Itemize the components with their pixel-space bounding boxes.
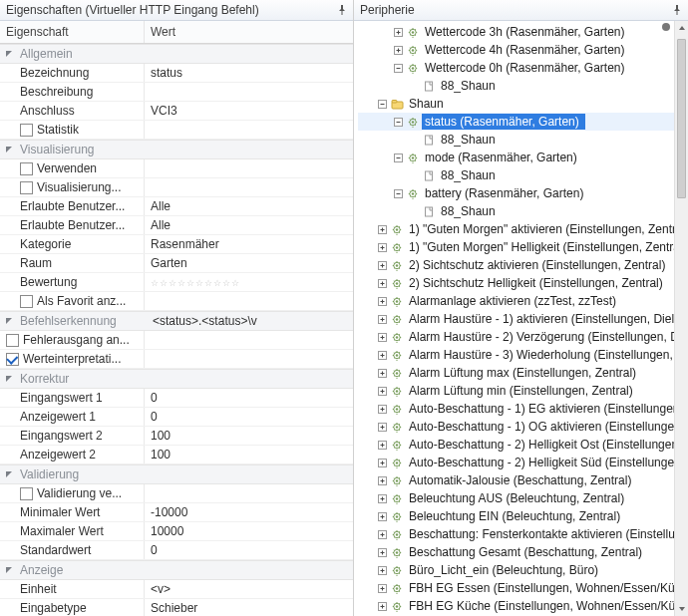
property-value[interactable]: Alle — [145, 197, 353, 215]
category-value[interactable]: <status>.<status>\v — [147, 314, 351, 328]
expand-icon[interactable] — [376, 313, 388, 325]
expand-icon[interactable] — [376, 259, 388, 271]
property-value[interactable]: 0 — [145, 389, 353, 407]
property-row[interactable]: Minimaler Wert-10000 — [0, 503, 353, 522]
property-row[interactable]: Anzeigewert 10 — [0, 408, 353, 427]
tree-node[interactable]: Beleuchtung EIN (Beleuchtung, Zentral) — [358, 507, 674, 525]
property-value[interactable]: Garten — [145, 254, 353, 272]
expand-icon[interactable] — [376, 582, 388, 594]
property-value[interactable] — [145, 338, 353, 342]
checkbox[interactable] — [20, 295, 33, 308]
expand-icon[interactable] — [376, 331, 388, 343]
tree-node[interactable]: FBH EG Küche (Einstellungen, Wohnen/Esse… — [358, 597, 674, 615]
category-header[interactable]: Visualisierung — [0, 140, 353, 159]
expand-icon[interactable] — [376, 457, 388, 468]
expand-icon[interactable] — [376, 421, 388, 433]
property-row[interactable]: Beschreibung — [0, 83, 353, 102]
property-row[interactable]: AnschlussVCI3 — [0, 102, 353, 121]
property-value[interactable] — [145, 185, 353, 189]
property-value[interactable]: Rasenmäher — [145, 235, 353, 253]
tree-node[interactable]: 88_Shaun — [358, 131, 674, 149]
property-row[interactable]: Fehlerausgang an... — [0, 331, 353, 350]
property-row[interactable]: Werteinterpretati... — [0, 350, 353, 369]
tree-node[interactable]: 2) Sichtschutz aktivieren (Einstellungen… — [358, 256, 674, 274]
property-row[interactable]: Visualisierung... — [0, 178, 353, 197]
property-row[interactable]: Statistik — [0, 121, 353, 140]
collapse-icon[interactable] — [2, 563, 16, 577]
tree-node[interactable]: 2) Sichtschutz Helligkeit (Einstellungen… — [358, 274, 674, 292]
property-value[interactable] — [145, 357, 353, 361]
category-header[interactable]: Befehlserkennung<status>.<status>\v — [0, 311, 353, 331]
expand-icon[interactable] — [376, 600, 388, 612]
property-row[interactable]: Maximaler Wert10000 — [0, 522, 353, 541]
pin-icon[interactable] — [337, 5, 347, 15]
property-row[interactable]: RaumGarten — [0, 254, 353, 273]
collapse-icon[interactable] — [376, 98, 388, 110]
property-row[interactable]: Eingangswert 10 — [0, 389, 353, 408]
property-value[interactable]: 0 — [145, 408, 353, 426]
tree-node[interactable]: Beschattung: Fensterkontakte aktivieren … — [358, 525, 674, 543]
property-row[interactable]: Validierung ve... — [0, 484, 353, 503]
checkbox[interactable] — [20, 181, 33, 194]
property-row[interactable]: Erlaubte Benutzer...Alle — [0, 216, 353, 235]
expand-icon[interactable] — [376, 564, 388, 576]
tree-node[interactable]: 1) "Guten Morgen" aktivieren (Einstellun… — [358, 220, 674, 238]
collapse-icon[interactable] — [2, 372, 16, 386]
tree-node[interactable]: Wettercode 4h (Rasenmäher, Garten) — [358, 41, 674, 59]
category-header[interactable]: Allgemein — [0, 44, 353, 64]
tree-node[interactable]: Auto-Beschattung - 2) Helligkeit Ost (Ei… — [358, 436, 674, 454]
collapse-icon[interactable] — [2, 143, 16, 156]
expand-icon[interactable] — [376, 439, 388, 451]
tree-node[interactable]: 88_Shaun — [358, 166, 674, 184]
scrollbar-thumb[interactable] — [677, 39, 686, 198]
expand-icon[interactable] — [376, 295, 388, 307]
tree-node[interactable]: 1) "Guten Morgen" Helligkeit (Einstellun… — [358, 238, 674, 256]
col-property[interactable]: Eigenschaft — [0, 21, 145, 43]
tree-node[interactable]: Automatik-Jalousie (Beschattung, Zentral… — [358, 471, 674, 489]
tree-node[interactable]: Wettercode 0h (Rasenmäher, Garten) — [358, 59, 674, 77]
property-value[interactable]: Alle — [145, 216, 353, 234]
expand-icon[interactable] — [376, 223, 388, 235]
collapse-icon[interactable] — [392, 187, 404, 199]
collapse-icon[interactable] — [2, 314, 16, 328]
tree-node[interactable]: Auto-Beschattung - 1) OG aktivieren (Ein… — [358, 418, 674, 436]
tree-node[interactable]: Alarmanlage aktivieren (zzTest, zzTest) — [358, 292, 674, 310]
property-row[interactable]: Als Favorit anz... — [0, 292, 353, 311]
tree-node[interactable]: Büro_Licht_ein (Beleuchtung, Büro) — [358, 561, 674, 579]
tree-node[interactable]: Alarm Lüftung max (Einstellungen, Zentra… — [358, 364, 674, 382]
pin-icon[interactable] — [672, 5, 682, 15]
checkbox[interactable] — [6, 353, 19, 366]
expand-icon[interactable] — [376, 546, 388, 558]
checkbox[interactable] — [20, 162, 33, 175]
tree-node[interactable]: status (Rasenmäher, Garten) — [358, 113, 674, 131]
collapse-icon[interactable] — [392, 116, 404, 128]
tree-node[interactable]: Alarm Haustüre - 3) Wiederholung (Einste… — [358, 346, 674, 364]
tree-node[interactable]: mode (Rasenmäher, Garten) — [358, 149, 674, 166]
expand-icon[interactable] — [376, 492, 388, 504]
property-value[interactable]: 100 — [145, 427, 353, 445]
property-row[interactable]: Bezeichnungstatus — [0, 64, 353, 83]
property-value[interactable]: 100 — [145, 446, 353, 463]
property-row[interactable]: Bewertung☆☆☆☆☆☆☆☆☆☆ — [0, 273, 353, 292]
checkbox[interactable] — [20, 487, 33, 500]
expand-icon[interactable] — [376, 510, 388, 522]
category-header[interactable]: Korrektur — [0, 369, 353, 389]
collapse-icon[interactable] — [2, 47, 16, 61]
expand-icon[interactable] — [376, 403, 388, 415]
property-row[interactable]: KategorieRasenmäher — [0, 235, 353, 254]
property-row[interactable]: Eingangswert 2100 — [0, 427, 353, 446]
scroll-down-icon[interactable] — [675, 602, 688, 616]
property-value[interactable]: 10000 — [145, 522, 353, 540]
tree-node[interactable]: Beleuchtung AUS (Beleuchtung, Zentral) — [358, 489, 674, 507]
expand-icon[interactable] — [376, 385, 388, 397]
checkbox[interactable] — [6, 334, 19, 347]
category-header[interactable]: Anzeige — [0, 560, 353, 580]
tree-node[interactable]: 88_Shaun — [358, 202, 674, 220]
tree-node[interactable]: Auto-Beschattung - 2) Helligkeit Süd (Ei… — [358, 454, 674, 471]
expand-icon[interactable] — [376, 277, 388, 289]
tree-node[interactable]: Alarm Haustüre - 2) Verzögerung (Einstel… — [358, 328, 674, 346]
property-value[interactable] — [145, 128, 353, 132]
expand-icon[interactable] — [376, 349, 388, 361]
expand-icon[interactable] — [376, 474, 388, 486]
collapse-icon[interactable] — [392, 62, 404, 74]
